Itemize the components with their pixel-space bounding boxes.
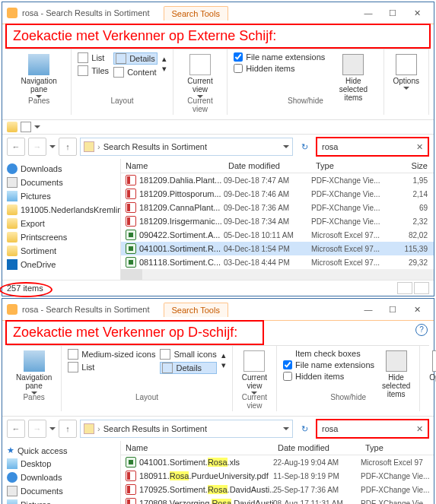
table-row[interactable]: 090422.Sortiment.A...05-Dec-18 10:11 AMM…: [121, 228, 434, 242]
clear-search-icon[interactable]: ✕: [416, 424, 423, 434]
col-type[interactable]: Type: [311, 161, 395, 170]
up-button[interactable]: ↑: [59, 420, 77, 438]
tree-item[interactable]: Export: [7, 217, 116, 230]
table-row[interactable]: 041001.Sortiment.Rosa.xls22-Aug-19 9:04 …: [121, 455, 434, 469]
maximize-button[interactable]: ☐: [380, 5, 405, 21]
hidden-items-check[interactable]: Hidden items: [234, 64, 325, 73]
table-row[interactable]: 170925.Sortiment.Rosa.DavidAusti...25-Se…: [121, 483, 434, 496]
layout-list[interactable]: List: [78, 52, 109, 63]
scroll-up-icon[interactable]: ▴: [221, 350, 226, 360]
current-view-button[interactable]: Current view: [180, 52, 221, 100]
breadcrumb[interactable]: › Search Results in Sortiment: [80, 138, 293, 156]
minimize-button[interactable]: —: [356, 5, 380, 21]
pdf-icon: [126, 189, 136, 199]
up-button[interactable]: ↑: [59, 138, 77, 156]
tree-item[interactable]: Documents: [7, 484, 116, 498]
layout-details[interactable]: Details: [113, 52, 158, 65]
hide-selected-button[interactable]: Hide selected items: [379, 349, 413, 400]
path-dropdown-icon[interactable]: [283, 427, 289, 430]
col-type[interactable]: Type: [361, 443, 434, 452]
table-row[interactable]: 170808.Verzorging.Rosa.DavidAusti...08-A…: [121, 496, 434, 504]
scroll-up-icon[interactable]: ▴: [162, 54, 167, 64]
tree-item[interactable]: Desktop: [7, 457, 116, 471]
col-name[interactable]: Name: [121, 443, 273, 452]
current-view-button[interactable]: Current view: [239, 349, 270, 396]
col-date[interactable]: Date modified: [224, 161, 311, 170]
refresh-button[interactable]: ↻: [296, 424, 313, 434]
tree-item[interactable]: OneDrive: [7, 258, 116, 271]
file-date: 11-Sep-18 9:19 PM: [273, 472, 361, 480]
path-dropdown-icon[interactable]: [283, 145, 289, 148]
minimize-button[interactable]: —: [356, 302, 380, 317]
tree-item[interactable]: Downloads: [7, 162, 116, 176]
layout-medium[interactable]: Medium-sized icons: [68, 349, 155, 360]
table-row[interactable]: 181209.CannaPlant...09-Dec-18 7:36 AMPDF…: [121, 201, 434, 214]
layout-details[interactable]: Details: [160, 362, 216, 374]
explorer-window-1: rosa - Search Results in Sortiment Searc…: [2, 2, 434, 296]
file-name: 181209.Irisgermanic...: [139, 217, 222, 226]
search-tools-tab[interactable]: Search Tools: [164, 6, 228, 21]
search-box[interactable]: rosa ✕: [316, 419, 429, 439]
tree-item[interactable]: Documents: [7, 176, 116, 189]
back-button[interactable]: ←: [7, 138, 25, 156]
layout-tiles[interactable]: Tiles: [78, 65, 109, 76]
tree-item[interactable]: Downloads: [7, 471, 116, 484]
table-row[interactable]: 181209.Pittosporum...09-Dec-18 7:46 AMPD…: [121, 187, 434, 201]
close-button[interactable]: ✕: [405, 302, 429, 317]
tree-item[interactable]: Printscreens: [7, 230, 116, 244]
navigation-pane-button[interactable]: Navigation pane: [13, 52, 65, 100]
breadcrumb[interactable]: › Search Results in Sortiment: [80, 420, 293, 438]
view-large-icon[interactable]: [414, 282, 429, 294]
col-date[interactable]: Date modified: [273, 443, 361, 452]
help-icon[interactable]: ?: [415, 324, 428, 336]
refresh-button[interactable]: ↻: [296, 142, 313, 152]
col-size[interactable]: Size: [395, 161, 434, 170]
tree-item[interactable]: Pictures: [7, 189, 116, 203]
column-headers[interactable]: Name Date modified Type: [121, 441, 434, 455]
close-button[interactable]: ✕: [405, 5, 429, 21]
item-checkboxes[interactable]: Item check boxes: [283, 349, 374, 358]
clear-search-icon[interactable]: ✕: [416, 142, 423, 152]
options-button[interactable]: Options: [390, 52, 422, 91]
file-date: 22-Aug-19 9:04 AM: [273, 458, 361, 467]
view-details-icon[interactable]: [397, 282, 412, 294]
forward-button[interactable]: →: [28, 138, 46, 156]
options-button[interactable]: Options: [426, 349, 436, 388]
file-name: 090422.Sortiment.A...: [139, 230, 220, 239]
col-name[interactable]: Name: [121, 161, 224, 170]
layout-small[interactable]: Small icons: [160, 349, 216, 360]
forward-button[interactable]: →: [28, 420, 46, 438]
maximize-button[interactable]: ☐: [380, 302, 405, 317]
table-row[interactable]: 181209.Dahlia.Plant...09-Dec-18 7:47 AMP…: [121, 173, 434, 187]
hide-selected-button[interactable]: Hide selected items: [329, 52, 377, 103]
hidden-items-check[interactable]: Hidden items: [283, 372, 374, 381]
chevron-down-icon[interactable]: [34, 125, 40, 128]
group-showhide-label: Show/hide: [288, 97, 323, 105]
history-dropdown[interactable]: [49, 427, 56, 430]
filename-ext-check[interactable]: File name extensions: [283, 360, 374, 369]
nav-tree: ★Quick accessDesktopDownloadsDocumentsPi…: [2, 441, 120, 504]
table-row[interactable]: 081118.Sortiment.C...03-Dec-18 4:44 PMMi…: [121, 255, 434, 269]
table-row[interactable]: 041001.Sortiment.R...04-Dec-18 1:54 PMMi…: [121, 242, 434, 255]
scroll-down-icon[interactable]: ▾: [162, 64, 167, 74]
tree-label: Quick access: [18, 446, 67, 455]
navigation-pane-button[interactable]: Navigation pane: [13, 349, 55, 396]
file-date: 09-Dec-18 7:46 AM: [224, 190, 311, 198]
filename-ext-check[interactable]: File name extensions: [234, 52, 325, 62]
scroll-down-icon[interactable]: ▾: [221, 360, 226, 370]
table-row[interactable]: 181209.Irisgermanic...09-Dec-18 7:34 AMP…: [121, 214, 434, 228]
back-button[interactable]: ←: [7, 420, 25, 438]
tree-item[interactable]: Pictures: [7, 498, 116, 504]
column-headers[interactable]: Name Date modified Type Size: [121, 159, 434, 173]
layout-content[interactable]: Content: [113, 67, 158, 78]
scrollbar[interactable]: [121, 269, 434, 280]
search-box[interactable]: rosa ✕: [316, 137, 429, 157]
history-dropdown[interactable]: [49, 145, 56, 148]
table-row[interactable]: 180911.Rosa.PurdueUniversity.pdf11-Sep-1…: [121, 469, 434, 483]
search-tools-tab[interactable]: Search Tools: [164, 303, 228, 317]
tree-label: Documents: [21, 487, 63, 496]
tree-item[interactable]: Sortiment: [7, 244, 116, 258]
tree-item[interactable]: ★Quick access: [7, 444, 116, 457]
tree-item[interactable]: 191005.NederlandsKremlin: [7, 203, 116, 217]
layout-list[interactable]: List: [68, 362, 155, 372]
